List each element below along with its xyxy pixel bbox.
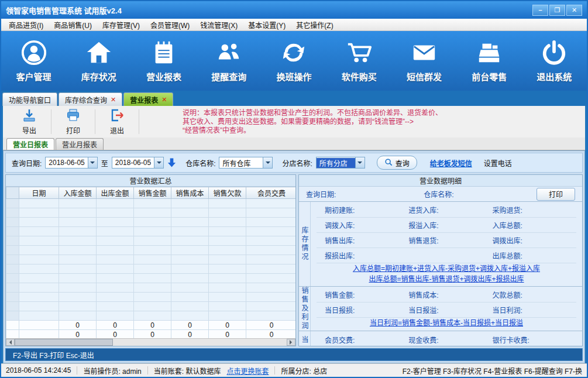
toolbar-business-report[interactable]: 营业报表 [131,31,196,91]
export-button[interactable]: 导出 [12,108,46,135]
table-row[interactable] [6,227,296,236]
tab-close-icon[interactable]: ✕ [161,96,167,104]
print-button[interactable]: 打印 [537,188,575,201]
menu-item-cashflow[interactable]: 钱流管理(X) [195,20,243,30]
column-header[interactable]: 出库金额 [97,187,134,199]
tab-daily-report[interactable]: 营业日报表 [6,138,54,150]
table-row[interactable] [6,199,296,208]
column-header[interactable]: 销售欠款 [209,187,246,199]
toolbar-front-retail[interactable]: 前台零售 [457,31,522,91]
menu-item-members[interactable]: 会员管理(W) [145,20,195,30]
tab-close-icon[interactable]: ✕ [111,96,116,104]
table-cell [59,236,97,246]
table-row[interactable] [6,246,296,255]
column-header[interactable]: 会员交费 [246,187,296,199]
table-cell [246,218,296,227]
table-cell [134,302,171,311]
table-cell [59,274,97,283]
table-row[interactable] [6,255,296,264]
toolbar-inventory-status[interactable]: 库存状况 [66,31,131,91]
exit-action-button[interactable]: 退出 [100,108,134,135]
menu-item-sales[interactable]: 商品销售(U) [49,20,97,30]
table-cell [6,302,19,311]
menu-item-settings[interactable]: 基本设置(Y) [243,20,291,30]
table-cell [19,302,59,311]
table-cell [209,283,246,293]
table-cell [171,302,209,311]
table-cell [134,264,171,274]
close-button[interactable]: ✕ [566,5,582,16]
table-row[interactable] [6,236,296,246]
table-cell [59,246,97,255]
column-header[interactable]: 销售成本 [171,187,209,199]
detail-row: 期初建账:进货入库:采购退货: [317,202,576,218]
print-action-button[interactable]: 打印 [56,108,90,135]
scroll-left-icon [7,340,12,345]
table-cell [209,264,246,274]
query-button[interactable]: 查询 [377,156,417,170]
toolbar-shift-change[interactable]: 换班操作 [262,31,326,91]
scroll-left-button[interactable] [6,339,15,346]
chevron-down-icon[interactable] [263,157,272,168]
table-row[interactable] [6,274,296,283]
horizontal-scrollbar[interactable] [6,338,295,346]
column-header[interactable]: 日期 [19,187,59,199]
table-row[interactable] [6,311,296,321]
summary-total-cell: 0 [209,321,246,330]
switch-account-link[interactable]: 点击更换账套 [226,366,269,376]
branch-select[interactable]: 所有分店 [316,157,365,169]
phone-setting-link[interactable]: 设置电话 [484,158,512,168]
table-cell [59,208,97,218]
sms-boss-link[interactable]: 给老板发短信 [430,158,472,168]
table-row[interactable] [6,208,296,218]
summary-total-cell: 0 [97,330,134,339]
chevron-down-icon[interactable] [88,157,97,168]
table-cell [97,293,134,302]
table-cell [6,311,19,321]
column-header[interactable]: 销售金额 [134,187,171,199]
document-tab-bar: 功能导航窗口 库存综合查询 ✕ 营业报表 ✕ [1,91,587,106]
table-cell [59,311,97,321]
minimize-icon: – [538,6,542,13]
toolbar-reminder-query[interactable]: 提醒查询 [197,31,262,91]
maximize-button[interactable]: ❐ [549,5,565,16]
sync-arrows-icon [280,39,307,66]
toolbar-customer-management[interactable]: 客户管理 [1,31,66,91]
summary-total-row: 000000 [6,330,296,339]
table-cell [19,227,59,236]
chevron-down-icon[interactable] [154,157,163,168]
scroll-right-icon [290,340,294,345]
toolbar-sms-broadcast[interactable]: 短信群发 [391,31,456,91]
scroll-right-button[interactable] [287,339,295,346]
table-row[interactable] [6,293,296,302]
tab-inventory-query[interactable]: 库存综合查询 ✕ [59,92,122,106]
separator [77,366,77,374]
table-cell [97,274,134,283]
menu-item-purchase[interactable]: 商品进货(I) [4,20,49,30]
table-row[interactable] [6,218,296,227]
toolbar-software-purchase[interactable]: 软件购买 [326,31,391,91]
title-bar[interactable]: 领智家电销售管理系统 试用版v2.4 – ❐ ✕ [1,1,587,19]
chevron-down-icon[interactable] [355,157,365,168]
date-from-select[interactable]: 2018-06-05 [45,157,97,169]
table-cell [6,246,19,255]
toolbar-exit-system[interactable]: 退出系统 [522,31,587,91]
table-cell [171,255,209,264]
table-row[interactable] [6,264,296,274]
table-cell [97,283,134,293]
table-cell [59,264,97,274]
minimize-button[interactable]: – [532,5,548,16]
column-header[interactable]: 入库金额 [59,187,97,199]
summary-table[interactable]: 日期 入库金额 出库金额 销售金额 销售成本 销售欠款 会员交费 0000000… [6,187,295,338]
table-row[interactable] [6,302,296,311]
warehouse-select[interactable]: 所有仓库 [219,157,273,169]
tab-business-report[interactable]: 营业报表 ✕ [123,92,173,106]
menu-item-other[interactable]: 其它操作(Z) [291,20,338,30]
table-row[interactable] [6,283,296,293]
tab-monthly-report[interactable]: 营业月报表 [56,138,104,150]
tab-function-navigation[interactable]: 功能导航窗口 [2,92,57,106]
scroll-track[interactable] [113,339,287,346]
scroll-thumb[interactable] [15,339,113,346]
menu-item-inventory[interactable]: 库存管理(V) [97,20,145,30]
date-to-select[interactable]: 2018-06-05 [112,157,164,169]
